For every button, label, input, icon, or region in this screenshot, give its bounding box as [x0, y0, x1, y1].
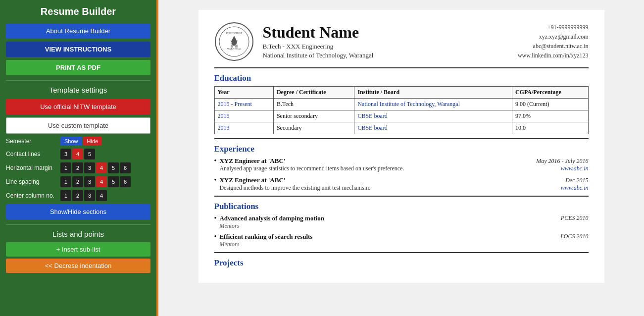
pub-title-row: Advanced analysis of damping motion PCES… — [219, 214, 588, 222]
semester-hide-button[interactable]: Hide — [83, 137, 102, 146]
hmargin-num-3[interactable]: 3 — [84, 162, 95, 173]
edu-cgpa: 97.0% — [512, 110, 588, 122]
pub-venue: LOCS 2010 — [560, 233, 588, 241]
official-template-button[interactable]: Use official NITW template — [6, 99, 150, 114]
exp-date: Dec 2015 — [565, 177, 588, 184]
exp-link: www.abc.in — [561, 184, 589, 192]
edu-cgpa: 10.0 — [512, 122, 588, 134]
experience-list: • XYZ Engineer at 'ABC' May 2016 - July … — [214, 157, 589, 192]
publications-divider — [214, 196, 589, 197]
svg-rect-8 — [235, 45, 238, 48]
contact-linkedin: www.linkedin.com/in/xyz123 — [518, 51, 589, 60]
hmargin-num-2[interactable]: 2 — [72, 162, 83, 173]
exp-title-row: XYZ Engineer at 'ABC' May 2016 - July 20… — [219, 157, 588, 165]
exp-desc-row: Analysed app usage statistics to recomme… — [219, 165, 588, 172]
lists-section-title: Lists and points — [6, 230, 150, 238]
publications-section-title: Publications — [214, 202, 589, 211]
edu-degree: Secondary — [273, 122, 354, 134]
exp-title-row: XYZ Engineer at 'ABC' Dec 2015 — [219, 176, 588, 184]
edu-institute: CBSE board — [354, 122, 512, 134]
exp-bullet-row: • XYZ Engineer at 'ABC' May 2016 - July … — [214, 157, 589, 172]
linespacing-num-3[interactable]: 3 — [84, 176, 95, 187]
linespacing-num-1[interactable]: 1 — [60, 176, 71, 187]
hmargin-num-4[interactable]: 4 — [96, 162, 107, 173]
svg-rect-7 — [231, 45, 233, 48]
resume-header-divider — [214, 67, 589, 68]
exp-bullet-row: • XYZ Engineer at 'ABC' Dec 2015 Designe… — [214, 176, 589, 192]
edu-col-institute: Institute / Board — [354, 87, 512, 99]
publications-list: • Advanced analysis of damping motion PC… — [214, 214, 589, 248]
svg-marker-5 — [232, 36, 237, 41]
bullet-icon: • — [214, 176, 217, 192]
edu-institute: National Institute of Technology, Warang… — [354, 99, 512, 110]
student-institute: National Institute of Technology, Warang… — [263, 52, 518, 59]
edu-year: 2013 — [214, 122, 273, 134]
hmargin-num-1[interactable]: 1 — [60, 162, 71, 173]
pub-authors: Mentors — [219, 222, 588, 230]
pub-title: Efficient ranking of search results — [219, 233, 312, 241]
centercol-num-1[interactable]: 1 — [60, 190, 71, 201]
pub-bullet-row: • Advanced analysis of damping motion PC… — [214, 214, 589, 230]
about-button[interactable]: About Resume Builder — [6, 23, 150, 39]
edu-col-cgpa: CGPA/Percentage — [512, 87, 588, 99]
insert-sublist-button[interactable]: + Insert sub-list — [6, 242, 150, 257]
centercol-num-4[interactable]: 4 — [96, 190, 107, 201]
semester-control: Semester Show Hide — [6, 137, 150, 146]
custom-template-button[interactable]: Use custom template — [6, 117, 150, 134]
svg-text:INSTITUTE OF: INSTITUTE OF — [226, 32, 242, 34]
app-title: Resume Builder — [6, 6, 150, 17]
projects-divider — [214, 252, 589, 253]
bullet-icon: • — [214, 157, 217, 172]
template-settings-title: Template settings — [6, 86, 150, 94]
edu-col-degree: Degree / Certificate — [273, 87, 354, 99]
exp-title: XYZ Engineer at 'ABC' — [219, 157, 285, 165]
edu-cgpa: 9.00 (Current) — [512, 99, 588, 110]
pub-title-row: Efficient ranking of search results LOCS… — [219, 233, 588, 241]
decrease-indent-button[interactable]: << Decrese indentation — [6, 259, 150, 273]
linespacing-num-6[interactable]: 6 — [120, 176, 131, 187]
divider-2 — [6, 224, 150, 225]
semester-label: Semester — [6, 138, 60, 145]
divider-1 — [6, 80, 150, 81]
instructions-button[interactable]: VIEW INSTRUCTIONS — [6, 42, 150, 57]
contact-lines-label: Contact lines — [6, 151, 60, 158]
centercol-num-2[interactable]: 2 — [72, 190, 83, 201]
pub-title: Advanced analysis of damping motion — [219, 214, 324, 222]
experience-item: • XYZ Engineer at 'ABC' Dec 2015 Designe… — [214, 176, 589, 192]
center-column-control: Center column no. 1 2 3 4 — [6, 190, 150, 201]
contact-num-4[interactable]: 4 — [72, 149, 83, 159]
institute-logo: INSTITUTE OF WARANGAL NIT — [214, 22, 254, 61]
edu-col-year: Year — [214, 87, 273, 99]
table-row: 2015 Senior secondary CBSE board 97.0% — [214, 110, 588, 122]
publication-item: • Efficient ranking of search results LO… — [214, 233, 589, 248]
edu-degree: B.Tech — [273, 99, 354, 110]
exp-link: www.abc.in — [561, 165, 589, 172]
print-pdf-button[interactable]: PRINT AS PDF — [6, 60, 150, 75]
education-table: Year Degree / Certificate Institute / Bo… — [214, 86, 589, 134]
contact-num-5[interactable]: 5 — [84, 149, 95, 159]
edu-institute: CBSE board — [354, 110, 512, 122]
sidebar: Resume Builder About Resume Builder VIEW… — [0, 0, 158, 316]
linespacing-num-5[interactable]: 5 — [108, 176, 119, 187]
bullet-icon: • — [214, 233, 217, 248]
experience-item: • XYZ Engineer at 'ABC' May 2016 - July … — [214, 157, 589, 172]
experience-section-title: Experience — [214, 144, 589, 154]
show-hide-sections-button[interactable]: Show/Hide sections — [6, 204, 150, 219]
resume-contact: +91-9999999999 xyz.xyz@gmail.com abc@stu… — [518, 23, 589, 61]
svg-text:WARANGAL: WARANGAL — [227, 48, 241, 50]
linespacing-num-4[interactable]: 4 — [96, 176, 107, 187]
table-row: 2013 Secondary CBSE board 10.0 — [214, 122, 588, 134]
line-spacing-label: Line spacing — [6, 178, 60, 185]
resume-page: INSTITUTE OF WARANGAL NIT Student Name B… — [198, 10, 604, 283]
hmargin-num-6[interactable]: 6 — [120, 162, 131, 173]
exp-desc-row: Designed methods to improve the existing… — [219, 184, 588, 192]
contact-num-3[interactable]: 3 — [60, 149, 71, 159]
linespacing-num-2[interactable]: 2 — [72, 176, 83, 187]
exp-desc: Analysed app usage statistics to recomme… — [219, 165, 404, 172]
contact-email1: xyz.xyz@gmail.com — [518, 32, 589, 42]
semester-show-button[interactable]: Show — [60, 137, 82, 146]
edu-degree: Senior secondary — [273, 110, 354, 122]
horizontal-margin-control: Horizontal margin 1 2 3 4 5 6 — [6, 162, 150, 173]
centercol-num-3[interactable]: 3 — [84, 190, 95, 201]
hmargin-num-5[interactable]: 5 — [108, 162, 119, 173]
